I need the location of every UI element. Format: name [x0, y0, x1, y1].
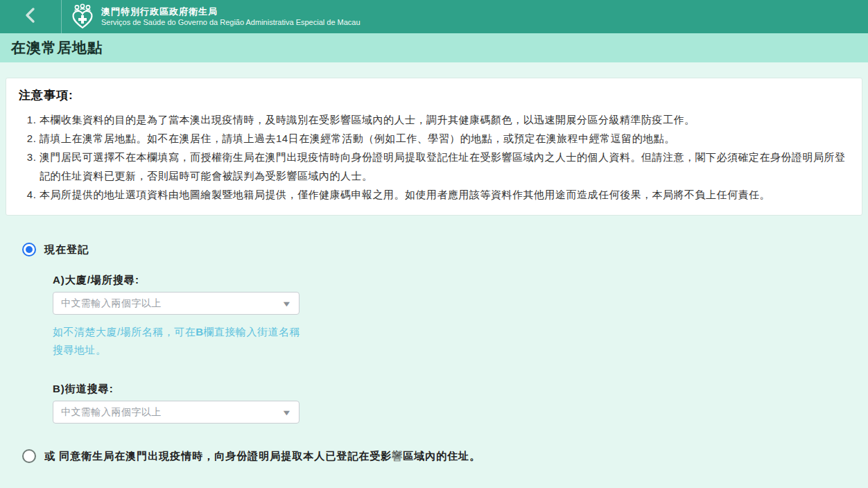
street-search-label: B)街道搜尋: — [53, 383, 857, 396]
authorize-label: 或 同意衛生局在澳門出現疫情時，向身份證明局提取本人已登記在受影響區域內的住址。 — [44, 448, 480, 464]
radio-selected-icon[interactable] — [22, 243, 36, 256]
radio-unselected-icon[interactable] — [22, 449, 36, 463]
chevron-down-icon: ▼ — [281, 408, 292, 417]
chevron-down-icon: ▼ — [281, 299, 292, 308]
street-search-placeholder: 中文需輸入兩個字以上 — [61, 406, 162, 419]
register-now-label: 現在登記 — [44, 242, 89, 257]
notice-heading: 注意事項: — [19, 87, 849, 103]
notice-item: 本局所提供的地址選項資料由地圖繪製暨地籍局提供，僅作健康碼申報之用。如使用者應用… — [40, 185, 849, 204]
app-header: 澳門特別行政區政府衛生局 Serviços de Saúde do Govern… — [0, 0, 868, 33]
notice-card: 注意事項: 本欄收集資料的目的是為了當本澳出現疫情時，及時識別在受影響區域內的人… — [6, 78, 862, 216]
org-name-pt: Serviços de Saúde do Governo da Região A… — [101, 17, 361, 27]
page-title: 在澳常居地點 — [11, 38, 103, 58]
notice-item: 本欄收集資料的目的是為了當本澳出現疫情時，及時識別在受影響區域內的人士，調升其健… — [40, 110, 849, 129]
brand: 澳門特別行政區政府衛生局 Serviços de Saúde do Govern… — [62, 0, 361, 33]
address-search-subform: A)大廈/場所搜尋: 中文需輸入兩個字以上 ▼ 如不清楚大廈/場所名稱，可在B欄… — [53, 274, 857, 424]
authorize-option[interactable]: 或 同意衛生局在澳門出現疫情時，向身份證明局提取本人已登記在受影響區域內的住址。 — [22, 448, 857, 464]
back-chevron-icon — [23, 6, 38, 28]
notice-item: 澳門居民可選擇不在本欄填寫，而授權衛生局在澳門出現疫情時向身份證明局提取登記住址… — [40, 148, 849, 185]
page-titlebar: 在澳常居地點 — [0, 33, 868, 62]
notice-item: 請填上在澳常居地點。如不在澳居住，請填上過去14日在澳經常活動（例如工作、學習）… — [40, 129, 849, 148]
building-search-select[interactable]: 中文需輸入兩個字以上 ▼ — [53, 292, 300, 315]
street-search-select[interactable]: 中文需輸入兩個字以上 ▼ — [53, 401, 300, 424]
health-bureau-logo-icon — [70, 3, 95, 30]
back-button[interactable] — [0, 0, 61, 33]
org-name-zh: 澳門特別行政區政府衛生局 — [101, 6, 361, 17]
register-now-option[interactable]: 現在登記 — [22, 242, 857, 257]
building-search-placeholder: 中文需輸入兩個字以上 — [61, 297, 162, 310]
building-search-hint: 如不清楚大廈/場所名稱，可在B欄直接輸入街道名稱搜尋地址。 — [53, 323, 311, 359]
form-area: 現在登記 A)大廈/場所搜尋: 中文需輸入兩個字以上 ▼ 如不清楚大廈/場所名稱… — [0, 242, 868, 488]
notice-list: 本欄收集資料的目的是為了當本澳出現疫情時，及時識別在受影響區域內的人士，調升其健… — [19, 110, 849, 204]
building-search-label: A)大廈/場所搜尋: — [53, 274, 857, 287]
